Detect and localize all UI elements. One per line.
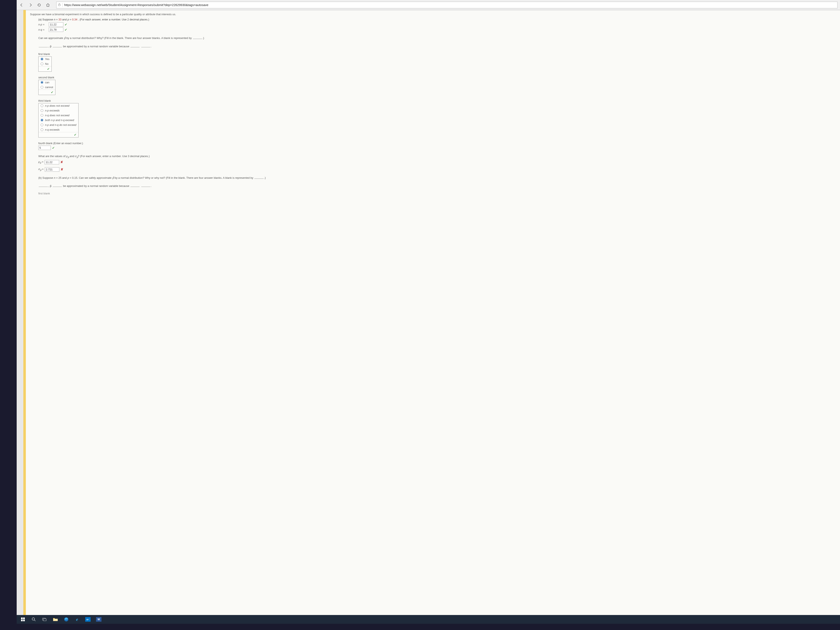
fill-sentence-b: , p̂ be approximated by a normal random …: [38, 184, 836, 188]
radio-no[interactable]: [41, 63, 43, 65]
mu-input[interactable]: [44, 160, 59, 164]
p-value: 0.34: [72, 18, 77, 21]
sentence-mid1: , p̂: [48, 45, 52, 48]
svg-rect-8: [43, 619, 46, 621]
address-bar[interactable]: https://www.webassign.net/web/Student/As…: [56, 2, 837, 8]
part-a-mid: and: [62, 18, 68, 21]
svg-rect-9: [53, 619, 58, 621]
blank2-options: can cannot ✔: [38, 80, 55, 95]
opt-label: n·q does not exceed: [45, 114, 69, 117]
blank3-opt-1[interactable]: n·p exceeds: [38, 108, 78, 113]
radio[interactable]: [41, 109, 43, 112]
word-icon[interactable]: W: [96, 616, 102, 622]
refresh-button[interactable]: [37, 3, 42, 8]
svg-rect-2: [23, 617, 25, 619]
check-icon: ✔: [65, 28, 67, 32]
part-b-prompt: (b) Suppose n = 25 and p = 0.15. Can we …: [38, 176, 836, 180]
question-accent-strip: [23, 10, 26, 624]
radio[interactable]: [41, 114, 43, 117]
opt-label: n·p exceeds: [45, 109, 60, 112]
blank2-opt-cannot[interactable]: cannot: [38, 85, 55, 90]
svg-rect-1: [21, 617, 23, 619]
radio[interactable]: [41, 128, 43, 131]
separator: [62, 3, 63, 7]
blank1-options: Yes No ✔: [38, 57, 52, 72]
edge-browser-icon[interactable]: [63, 616, 69, 622]
blank3-options: n·p does not exceed n·p exceeds n·q does…: [38, 103, 79, 137]
blank1-opt-no[interactable]: No: [38, 62, 52, 66]
opt-label: n·p does not exceed: [45, 104, 69, 107]
part-a-suffix: . (For each answer, enter a number. Use …: [78, 18, 149, 21]
home-button[interactable]: [46, 3, 51, 8]
cross-icon: ✘: [60, 160, 63, 164]
blank3-opt-3[interactable]: both n·p and n·q exceed: [38, 118, 78, 123]
task-view-icon[interactable]: [42, 616, 47, 622]
opt-label: can: [45, 81, 49, 84]
blank4-label: fourth blank (Enter an exact number.): [38, 142, 836, 145]
blank3-opt-5[interactable]: n·q exceeds: [38, 127, 78, 132]
nq-input[interactable]: [49, 27, 63, 32]
mu-sigma-question: What are the values of μp̂ and σp̂? (For…: [38, 154, 836, 159]
question-panel: Suppose we have a binomial experiment in…: [26, 10, 840, 624]
lock-icon: [58, 3, 61, 7]
blank1-label: first blank: [38, 52, 836, 55]
sentence-b-mid2: be approximated by a normal random varia…: [62, 185, 130, 188]
nq-label: n·q =: [38, 28, 47, 31]
back-button[interactable]: [19, 3, 24, 8]
np-label: n·p =: [38, 23, 47, 26]
blank2-label: second blank: [38, 76, 836, 79]
opt-label: both n·p and n·q exceed: [45, 118, 74, 122]
sigma-input[interactable]: [45, 167, 59, 172]
radio-cannot[interactable]: [41, 86, 43, 88]
blank1b-label: first blank: [38, 192, 836, 195]
blank2-opt-can[interactable]: can: [38, 80, 55, 85]
check-icon: ✔: [51, 90, 54, 94]
svg-rect-4: [23, 620, 25, 621]
windows-taskbar: e o✓ W: [17, 615, 840, 624]
opt-label: cannot: [45, 85, 53, 89]
opt-label: No: [45, 62, 49, 65]
file-explorer-icon[interactable]: [52, 616, 58, 622]
radio[interactable]: [41, 104, 43, 107]
blank3-opt-0[interactable]: n·p does not exceed: [38, 103, 78, 108]
opt-label: n·q exceeds: [45, 128, 60, 131]
blank3-opt-2[interactable]: n·q does not exceed: [38, 113, 78, 118]
part-a-prefix: (a) Suppose: [38, 18, 54, 21]
browser-toolbar: https://www.webassign.net/web/Student/As…: [17, 0, 840, 10]
check-icon: ✔: [47, 67, 50, 71]
radio[interactable]: [41, 123, 43, 126]
cross-icon: ✘: [61, 167, 63, 171]
svg-line-6: [35, 620, 35, 621]
ie-browser-icon[interactable]: e: [74, 616, 80, 622]
blank3-opt-4[interactable]: n·p and n·q do not exceed: [38, 123, 78, 127]
left-gutter: [17, 10, 23, 624]
n-value: 33: [58, 18, 62, 21]
check-icon: ✔: [52, 146, 55, 150]
radio-can[interactable]: [41, 81, 43, 84]
outlook-icon[interactable]: o✓: [85, 616, 91, 622]
start-button[interactable]: [20, 616, 26, 622]
n-label: n: [54, 18, 55, 21]
opt-label: Yes: [45, 57, 49, 61]
sentence-b-mid1: , p̂: [48, 185, 52, 188]
blank3-label: third blank: [38, 99, 836, 102]
part-a-prompt: (a) Suppose n = 33 and p = 0.34 . (For e…: [38, 18, 836, 21]
svg-rect-3: [21, 620, 23, 621]
url-text: https://www.webassign.net/web/Student/As…: [64, 3, 208, 7]
question-intro: Suppose we have a binomial experiment in…: [30, 13, 836, 16]
radio[interactable]: [41, 119, 43, 122]
blank4-input[interactable]: [38, 145, 51, 150]
check-icon: ✔: [74, 133, 77, 136]
np-row: n·p = ✔: [38, 22, 836, 27]
radio-yes[interactable]: [41, 58, 43, 60]
search-icon[interactable]: [31, 616, 37, 622]
forward-button[interactable]: [28, 3, 33, 8]
fill-sentence: , p̂ be approximated by a normal random …: [38, 44, 836, 49]
check-icon: ✔: [65, 23, 67, 27]
svg-rect-0: [58, 5, 60, 6]
svg-point-5: [32, 618, 35, 620]
nq-row: n·q = ✔: [38, 27, 836, 32]
np-input[interactable]: [49, 22, 63, 27]
blank1-opt-yes[interactable]: Yes: [38, 57, 52, 62]
sentence-mid2: be approximated by a normal random varia…: [62, 45, 130, 48]
